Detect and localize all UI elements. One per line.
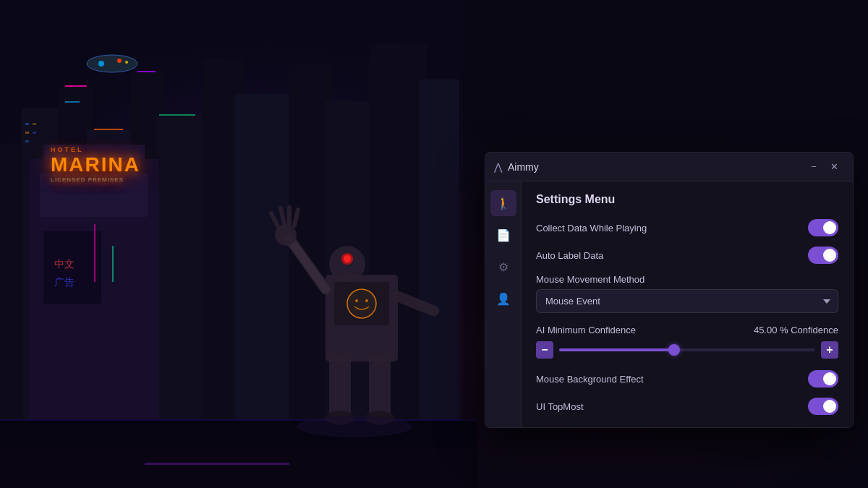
slider-thumb[interactable]: [668, 344, 680, 356]
auto-label-label: Auto Label Data: [536, 250, 603, 261]
svg-rect-63: [145, 463, 289, 465]
mouse-bg-effect-label: Mouse Background Effect: [536, 374, 644, 385]
mouse-method-label: Mouse Movement Method: [536, 274, 838, 285]
slider-header: AI Minimum Confidence 45.00 % Confidence: [536, 325, 838, 335]
svg-rect-58: [369, 358, 391, 416]
ui-topmost-toggle[interactable]: [808, 398, 838, 415]
app-window: ⋀ Aimmy − ✕ 🚶 📄 ⚙ 👤 Settings Menu Collec…: [485, 152, 854, 428]
svg-point-28: [98, 61, 104, 67]
hotel-label: HOTEL: [51, 146, 84, 153]
content-area: Settings Menu Collect Data While Playing…: [522, 181, 853, 427]
collect-data-slider: [808, 219, 838, 236]
mouse-bg-effect-toggle[interactable]: [808, 370, 838, 388]
svg-point-29: [117, 59, 122, 63]
slider-fill: [559, 348, 674, 351]
ui-topmost-label: UI TopMost: [536, 401, 584, 412]
hotel-subtitle: LICENSED PREMISES: [51, 176, 140, 183]
ai-confidence-label: AI Minimum Confidence: [536, 325, 636, 335]
svg-rect-37: [94, 224, 95, 282]
collect-data-label: Collect Data While Playing: [536, 223, 647, 234]
auto-label-toggle[interactable]: [808, 247, 838, 264]
mouse-method-select[interactable]: Mouse Event SendInput DirectX Arduino: [536, 289, 838, 313]
ui-topmost-slider: [808, 398, 838, 415]
svg-rect-62: [0, 448, 477, 488]
close-button[interactable]: ✕: [824, 157, 844, 177]
confidence-decrease-button[interactable]: −: [536, 341, 553, 359]
svg-rect-24: [137, 71, 156, 72]
svg-rect-21: [65, 85, 87, 87]
collect-data-toggle[interactable]: [808, 219, 838, 236]
window-body: 🚶 📄 ⚙ 👤 Settings Menu Collect Data While…: [485, 181, 853, 427]
chevron-icon: ⋀: [494, 161, 502, 173]
svg-rect-57: [329, 358, 351, 416]
svg-point-44: [355, 299, 358, 302]
svg-rect-23: [94, 129, 123, 130]
svg-rect-19: [33, 132, 36, 134]
mouse-bg-effect-slider: [808, 370, 838, 388]
svg-rect-25: [159, 114, 195, 116]
save-config-row: Save Config ↖: [536, 425, 838, 427]
mouse-bg-effect-row: Mouse Background Effect: [536, 370, 838, 388]
minimize-button[interactable]: −: [804, 157, 824, 177]
svg-rect-38: [112, 246, 114, 282]
svg-point-45: [365, 299, 368, 302]
sidebar-item-settings[interactable]: ⚙: [490, 254, 516, 280]
svg-rect-16: [25, 123, 29, 125]
slider-row: − +: [536, 341, 838, 359]
sidebar-item-document[interactable]: 📄: [490, 222, 516, 248]
save-config-label: Save Config: [536, 427, 587, 427]
svg-point-30: [125, 61, 128, 64]
svg-text:中文: 中文: [54, 259, 75, 270]
slider-track[interactable]: [559, 348, 815, 351]
app-title: Aimmy: [508, 161, 804, 173]
svg-text:广告: 广告: [54, 277, 75, 288]
svg-point-48: [344, 255, 351, 262]
sidebar-item-person[interactable]: 🚶: [490, 190, 516, 216]
svg-rect-20: [25, 140, 29, 142]
confidence-increase-button[interactable]: +: [821, 341, 838, 359]
svg-rect-17: [33, 123, 36, 125]
ai-confidence-section: AI Minimum Confidence 45.00 % Confidence…: [536, 325, 838, 359]
svg-point-43: [347, 289, 376, 318]
ai-confidence-value: 45.00 % Confidence: [754, 325, 838, 335]
mouse-method-row: Mouse Movement Method Mouse Event SendIn…: [536, 274, 838, 313]
svg-rect-22: [65, 101, 80, 103]
settings-title: Settings Menu: [536, 193, 838, 206]
ui-topmost-row: UI TopMost: [536, 398, 838, 415]
auto-label-slider: [808, 247, 838, 264]
title-bar: ⋀ Aimmy − ✕: [485, 153, 853, 181]
auto-label-row: Auto Label Data: [536, 247, 838, 264]
collect-data-row: Collect Data While Playing: [536, 219, 838, 236]
svg-rect-18: [25, 132, 29, 134]
sidebar-item-profile[interactable]: 👤: [490, 286, 516, 312]
hotel-name: MARINA: [51, 153, 140, 176]
svg-point-61: [297, 416, 412, 437]
cursor-icon: ↖: [829, 425, 838, 427]
sidebar: 🚶 📄 ⚙ 👤: [485, 181, 522, 427]
hotel-sign: HOTEL MARINA LICENSED PREMISES: [51, 145, 140, 183]
svg-rect-40: [0, 419, 477, 421]
